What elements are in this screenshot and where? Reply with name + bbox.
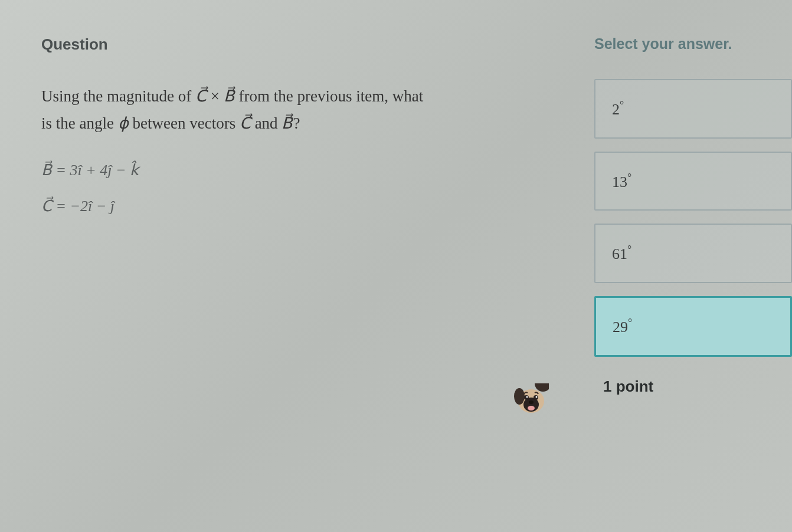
times-symbol: ×	[207, 87, 224, 105]
text-prefix-1: Using the magnitude of	[41, 87, 195, 105]
question-heading: Question	[41, 35, 571, 54]
points-label: 1 point	[603, 377, 792, 396]
text-prefix-2: is the angle	[41, 114, 118, 132]
question-text: Using the magnitude of C⃗ × B⃗ from the …	[41, 83, 571, 137]
answer-heading: Select your answer.	[594, 35, 792, 52]
answer-option-3[interactable]: 61°	[594, 224, 792, 283]
equation-b: B⃗ = 3î + 4ĵ − k̂	[41, 161, 571, 179]
text-and: and	[251, 114, 282, 132]
text-suffix-2: ?	[293, 114, 300, 132]
pug-icon	[513, 383, 549, 424]
degree-3: °	[627, 244, 631, 255]
svg-point-1	[514, 388, 525, 405]
answer-value-1: 2	[612, 101, 620, 118]
svg-point-7	[536, 396, 538, 398]
question-panel: Question Using the magnitude of C⃗ × B⃗ …	[41, 35, 594, 532]
phi-symbol: ϕ	[118, 114, 129, 132]
vector-b-2: B⃗	[282, 114, 293, 132]
vector-c-1: C⃗	[195, 87, 207, 105]
answer-option-2[interactable]: 13°	[594, 152, 792, 211]
text-mid-2: between vectors	[129, 114, 240, 132]
main-container: Question Using the magnitude of C⃗ × B⃗ …	[0, 0, 792, 532]
answer-value-2: 13	[612, 173, 627, 190]
svg-point-2	[535, 383, 549, 392]
vector-c-2: C⃗	[240, 114, 251, 132]
svg-point-6	[526, 396, 528, 398]
svg-point-9	[528, 406, 535, 411]
text-suffix-1: from the previous item, what	[235, 87, 423, 105]
answer-value-3: 61	[612, 245, 627, 262]
svg-point-8	[529, 400, 534, 404]
answer-option-4[interactable]: 29°	[594, 296, 792, 357]
answer-value-4: 29	[613, 318, 628, 336]
equation-c: C⃗ = −2î − ĵ	[41, 197, 571, 215]
degree-1: °	[620, 99, 624, 111]
answer-panel: Select your answer. 2° 13° 61° 29° 1 poi…	[594, 35, 792, 532]
degree-2: °	[627, 172, 631, 183]
vector-b-1: B⃗	[224, 87, 235, 105]
degree-4: °	[628, 317, 632, 329]
answer-option-1[interactable]: 2°	[594, 79, 792, 139]
